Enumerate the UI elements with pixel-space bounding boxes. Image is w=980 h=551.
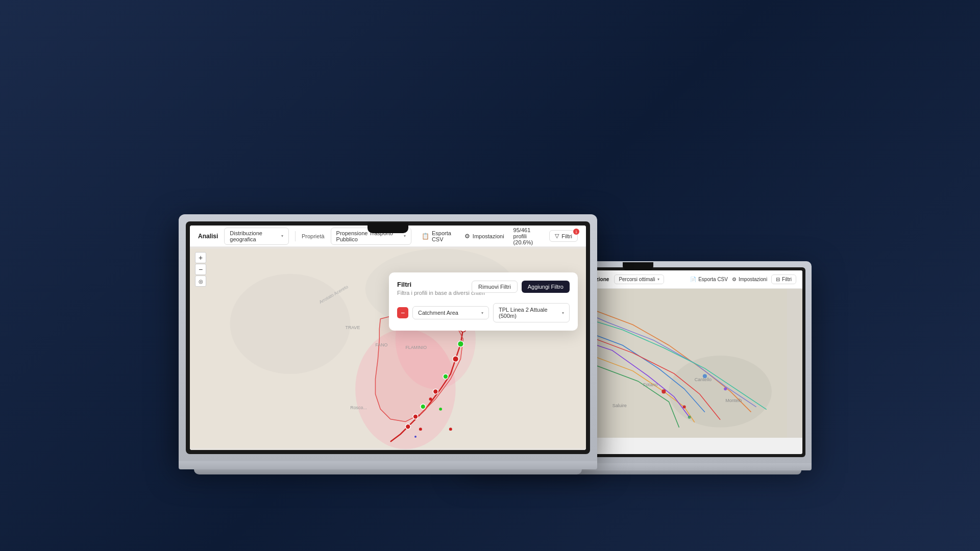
svg-point-7 xyxy=(688,416,691,419)
chevron-down-icon-value: ▾ xyxy=(562,311,564,315)
filter-badge: 1 xyxy=(573,229,579,235)
chevron-down-icon-proprieta: ▾ xyxy=(404,234,406,238)
svg-point-26 xyxy=(413,414,418,419)
remove-filters-btn[interactable]: Rimuovi Filtri xyxy=(472,281,518,293)
svg-point-4 xyxy=(683,406,686,409)
zoom-in-btn[interactable]: + xyxy=(195,252,206,263)
app2-percorsi-dropdown[interactable]: Percorsi ottimali ▾ xyxy=(614,274,664,284)
export-csv-label: Esporta CSV xyxy=(432,230,451,242)
filter-popup-actions: Rimuovi Filtri Aggiungi Filtro xyxy=(472,281,570,293)
filter-value-label: TPL Linea 2 Attuale (500m) xyxy=(499,307,562,319)
camera-notch-front xyxy=(368,223,408,233)
app2-percorsi-value: Percorsi ottimali xyxy=(619,277,655,282)
filter-type-label: Catchment Area xyxy=(418,310,458,316)
svg-point-21 xyxy=(458,341,464,347)
add-filter-btn[interactable]: Aggiungi Filtro xyxy=(522,281,570,293)
app2-settings-btn[interactable]: ⚙ Impostazioni xyxy=(732,277,767,282)
filter-icon: ⊟ xyxy=(776,277,780,282)
svg-point-25 xyxy=(421,404,426,409)
filter-value-select[interactable]: TPL Linea 2 Attuale (500m) ▾ xyxy=(493,303,570,322)
header-right: 📋 Esporta CSV ⚙ Impostazioni 95/461 prof… xyxy=(418,227,578,245)
svg-text:FANO: FANO xyxy=(375,342,387,347)
export-icon: 📄 xyxy=(690,277,696,282)
svg-text:Cantello: Cantello xyxy=(695,377,712,382)
analisi-value: Distribuzione geografica xyxy=(230,230,278,242)
laptop-front: Analisi Distribuzione geografica ▾ Propr… xyxy=(179,214,597,474)
filter-icon-main: ▽ xyxy=(555,233,559,239)
analisi-dropdown[interactable]: Distribuzione geografica ▾ xyxy=(224,228,289,245)
header-separator xyxy=(295,231,296,241)
chevron-down-icon-2: ▾ xyxy=(657,277,659,282)
svg-point-29 xyxy=(439,408,442,411)
svg-text:FLAMINIO: FLAMINIO xyxy=(405,345,427,350)
svg-point-2 xyxy=(669,356,771,428)
zoom-out-btn[interactable]: − xyxy=(195,264,206,275)
svg-point-31 xyxy=(414,436,416,438)
chevron-down-icon-analisi: ▾ xyxy=(281,234,283,238)
map-area: Arrotato Acereto SASSONIA TRAVE FANO FLA… xyxy=(190,247,586,450)
filter-popup: Filtri Filtra i profili in base a divers… xyxy=(389,272,578,331)
filter-row: − Catchment Area ▾ TPL Linea 2 Attuale (… xyxy=(397,303,570,322)
map-controls: + − ◎ xyxy=(195,252,206,287)
laptop-front-body: Analisi Distribuzione geografica ▾ Propr… xyxy=(179,214,597,461)
svg-point-3 xyxy=(662,389,666,393)
filter-label: Filtri xyxy=(561,233,572,239)
proprieta-label: Proprietà xyxy=(302,233,325,239)
settings-icon: ⚙ xyxy=(732,277,737,282)
laptop-front-bottom xyxy=(194,469,582,474)
svg-point-24 xyxy=(433,389,438,394)
filter-btn[interactable]: ▽ Filtri 1 xyxy=(549,230,578,242)
minus-icon: − xyxy=(401,309,405,317)
settings-label: Impostazioni xyxy=(473,233,504,239)
laptop-front-base xyxy=(179,461,597,469)
svg-text:Rosco...: Rosco... xyxy=(350,405,366,410)
remove-filter-btn[interactable]: − xyxy=(397,307,408,318)
svg-text:Saluire: Saluire xyxy=(612,403,627,408)
svg-text:Fotano: Fotano xyxy=(643,382,657,387)
app2-settings-label: Impostazioni xyxy=(739,277,767,282)
app-analisi-label: Analisi xyxy=(198,233,218,240)
svg-text:TRAVE: TRAVE xyxy=(346,325,360,330)
scene: Analisi Equipaggi carpooling ▾ Visualizz… xyxy=(209,77,771,474)
app2-header-right: 📄 Esporta CSV ⚙ Impostazioni ⊟ Filtri xyxy=(690,274,796,284)
laptop-front-screen: Analisi Distribuzione geografica ▾ Propr… xyxy=(190,226,586,450)
csv-icon: 📋 xyxy=(422,233,429,240)
svg-point-14 xyxy=(230,274,351,374)
svg-point-22 xyxy=(453,356,459,362)
app2-export-csv-btn[interactable]: 📄 Esporta CSV xyxy=(690,277,728,282)
app2-filter-label: Filtri xyxy=(782,277,792,282)
app2-filter-btn[interactable]: ⊟ Filtri xyxy=(771,274,796,284)
export-csv-btn[interactable]: 📋 Esporta CSV xyxy=(418,228,455,244)
profile-count: 95/461 profili (20.6%) xyxy=(513,227,545,245)
svg-point-6 xyxy=(724,387,727,390)
app2-export-label: Esporta CSV xyxy=(698,277,728,282)
reset-btn[interactable]: ◎ xyxy=(195,276,206,287)
chevron-down-icon-filter: ▾ xyxy=(481,311,483,315)
laptop-front-bezel: Analisi Distribuzione geografica ▾ Propr… xyxy=(186,221,590,454)
settings-btn[interactable]: ⚙ Impostazioni xyxy=(460,231,508,242)
gear-icon: ⚙ xyxy=(464,233,470,240)
svg-point-23 xyxy=(443,374,448,379)
svg-point-27 xyxy=(405,424,410,429)
svg-point-32 xyxy=(449,428,452,431)
svg-point-30 xyxy=(419,428,422,431)
svg-point-28 xyxy=(429,397,432,400)
camera-notch-back xyxy=(623,262,653,270)
svg-text:Montelb: Montelb xyxy=(725,398,742,403)
filter-type-select[interactable]: Catchment Area ▾ xyxy=(412,306,489,319)
